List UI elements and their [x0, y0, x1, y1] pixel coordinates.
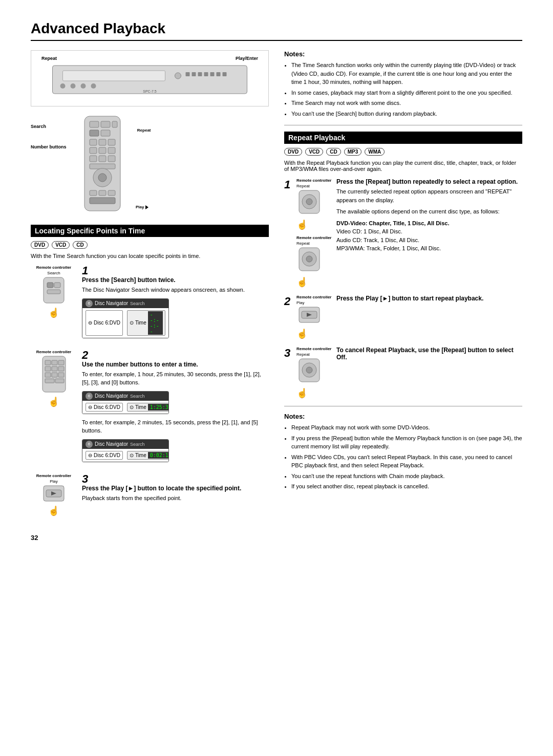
device-svg: SPC-7.5 [36, 63, 263, 99]
right-column: Notes: The Time Search function works on… [284, 50, 522, 524]
svg-point-13 [91, 83, 96, 89]
svg-rect-25 [99, 147, 106, 154]
top-notes-list: The Time Search function works only with… [284, 61, 522, 118]
svg-rect-29 [108, 156, 115, 162]
svg-rect-39 [54, 283, 60, 288]
repeat-step-2: 2 Remote controller Play ☝ Press the Pla… [284, 295, 522, 339]
svg-rect-47 [58, 366, 64, 371]
step-1-button-label: Search [47, 271, 60, 275]
repeat-step-3-svg [296, 358, 322, 386]
svg-rect-3 [186, 72, 190, 76]
repeat-section-header: Repeat Playback [284, 132, 522, 144]
svg-rect-33 [90, 190, 97, 196]
svg-point-2 [175, 73, 181, 79]
step-2-remote-svg [40, 355, 68, 396]
svg-rect-36 [90, 198, 115, 204]
step-3: Remote controller Play ☝ 3 Press the Pla… [31, 473, 269, 516]
svg-rect-50 [58, 373, 64, 377]
svg-rect-17 [101, 121, 110, 127]
svg-point-10 [60, 83, 66, 89]
svg-rect-21 [90, 139, 97, 145]
note-3: Time Search may not work with some discs… [291, 99, 522, 107]
badge-vcd: VCD [52, 241, 70, 249]
repeat-step-1-remote: Remote controller Repeat ☝ Remote contro… [296, 178, 332, 288]
step-3-remote-svg [41, 485, 67, 505]
step-1-hand: ☝ [48, 307, 59, 318]
svg-rect-35 [108, 190, 115, 196]
svg-rect-7 [210, 72, 215, 76]
bottom-notes-list: Repeat Playback may not work with some D… [284, 423, 522, 491]
svg-rect-20 [101, 130, 110, 136]
svg-rect-44 [58, 360, 64, 365]
remote-side-labels: Search Number buttons [31, 114, 67, 218]
disc-nav-2b: 6 Disc Navigator Search ⊖ Disc 6:DVD ⊙ T… [82, 439, 169, 462]
svg-rect-5 [198, 72, 202, 76]
repeat-step-3: 3 Remote controller Repeat ☝ To cancel R… [284, 347, 522, 399]
step-2-hand: ☝ [48, 396, 59, 407]
step-1-remote: Remote controller Search ☝ [31, 265, 77, 318]
disc-nav-1: 6 Disc Navigator Search ⊖ Disc 6:DVD ⊙ [82, 298, 169, 338]
step-3-hand: ☝ [48, 505, 59, 516]
repeat-intro: With the Repeat Playback function you ca… [284, 160, 522, 172]
step-1-remote-svg [41, 276, 67, 307]
step-2: Remote controller ☝ [31, 350, 269, 466]
badge-dvd-r: DVD [284, 148, 302, 156]
note-2: In some cases, playback may start from a… [291, 89, 522, 97]
svg-rect-46 [52, 366, 57, 371]
top-notes: Notes: The Time Search function works on… [284, 50, 522, 118]
device-diagram: Repeat Play/Enter SPC-7.5 [31, 50, 269, 106]
svg-rect-16 [90, 121, 99, 127]
repeat-label: Repeat [41, 56, 57, 61]
step-2-content: 2 Use the number buttons to enter a time… [82, 350, 269, 466]
remote-play-label: Play [136, 205, 148, 209]
svg-rect-34 [99, 190, 106, 196]
remote-area: Search Number buttons [31, 114, 269, 218]
svg-rect-49 [52, 373, 57, 377]
locating-section-header: Locating Specific Points in Time [31, 225, 269, 237]
badge-cd: CD [73, 241, 87, 249]
step-1-content: 1 Press the [Search] button twice. The D… [82, 265, 269, 342]
svg-rect-48 [45, 373, 51, 377]
left-column: Repeat Play/Enter SPC-7.5 [31, 50, 269, 524]
svg-rect-42 [45, 360, 51, 365]
step-3-remote: Remote controller Play ☝ [31, 473, 77, 516]
svg-rect-40 [47, 290, 60, 294]
svg-rect-9 [223, 72, 227, 76]
svg-point-67 [306, 367, 312, 373]
badge-vcd-r: VCD [305, 148, 323, 156]
remote-repeat-label: Repeat [137, 128, 151, 133]
play-enter-label: Play/Enter [236, 56, 258, 61]
svg-rect-45 [45, 366, 51, 371]
remote-svg [77, 114, 128, 216]
svg-point-32 [98, 174, 107, 182]
disc-nav-icon: 6 [86, 300, 93, 307]
bottom-note-4: You can't use the repeat functions with … [291, 472, 522, 481]
svg-rect-23 [108, 139, 115, 145]
svg-rect-24 [90, 147, 97, 154]
svg-rect-18 [112, 121, 117, 127]
page-number: 32 [31, 534, 522, 542]
svg-rect-6 [204, 72, 208, 76]
repeat-step-1-svg [296, 189, 322, 218]
divider-2 [284, 406, 522, 406]
disc-nav-2a: 6 Disc Navigator Search ⊖ Disc 6:DVD ⊙ T… [82, 391, 169, 414]
svg-rect-1 [63, 71, 165, 81]
svg-rect-28 [99, 156, 106, 162]
note-4: You can't use the [Search] button during… [291, 110, 522, 118]
bottom-note-5: If you select another disc, repeat playb… [291, 482, 522, 491]
badge-wma-r: WMA [365, 148, 385, 156]
svg-rect-52 [55, 379, 64, 383]
svg-point-12 [81, 83, 86, 89]
badge-dvd: DVD [31, 241, 49, 249]
locating-format-badges: DVD VCD CD [31, 241, 269, 249]
svg-point-58 [306, 199, 312, 205]
svg-point-11 [71, 83, 76, 89]
divider-1 [284, 125, 522, 125]
svg-point-61 [306, 256, 312, 262]
bottom-note-1: Repeat Playback may not work with some D… [291, 423, 522, 432]
bottom-note-3: With PBC Video CDs, you can't select Rep… [291, 453, 522, 470]
svg-rect-8 [217, 72, 221, 76]
svg-rect-26 [108, 147, 115, 154]
repeat-format-badges: DVD VCD CD MP3 WMA [284, 148, 522, 156]
locating-intro: With the Time Search function you can lo… [31, 253, 269, 259]
